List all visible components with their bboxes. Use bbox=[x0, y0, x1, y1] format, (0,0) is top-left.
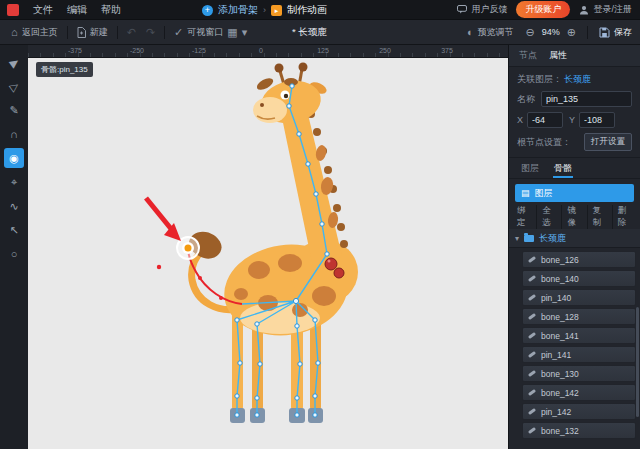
inspector-header: 节点 属性 bbox=[509, 45, 640, 67]
bone-icon bbox=[528, 389, 536, 396]
bone-list-item[interactable]: bone_142 bbox=[522, 384, 636, 401]
canvas-stage[interactable] bbox=[28, 58, 508, 449]
workflow-step-add-skeleton[interactable]: 添加骨架 bbox=[218, 3, 258, 17]
make-animation-icon: ▸ bbox=[271, 5, 282, 16]
x-label: X bbox=[517, 115, 523, 125]
bone-icon bbox=[528, 256, 536, 263]
preview-adjust-label: 预览调节 bbox=[478, 26, 514, 39]
bind-button[interactable]: 绑定 bbox=[512, 205, 537, 229]
zoom-in-button[interactable]: ⊕ bbox=[567, 26, 576, 39]
magnet-tool[interactable]: ∩ bbox=[4, 124, 24, 144]
y-coordinate-input[interactable] bbox=[579, 112, 615, 128]
home-button[interactable]: ⌂ 返回主页 bbox=[6, 20, 63, 44]
cursor-tool-icon: ↖ bbox=[9, 224, 18, 237]
new-button[interactable]: 新建 bbox=[72, 20, 113, 44]
tab-node[interactable]: 节点 bbox=[519, 49, 537, 62]
bone-list-item[interactable]: bone_126 bbox=[522, 251, 636, 268]
layer-filter-label: 图层 bbox=[535, 187, 553, 200]
bone-icon bbox=[528, 351, 536, 358]
tab-bones[interactable]: 骨骼 bbox=[553, 159, 573, 178]
bone-item-label: bone_141 bbox=[541, 331, 579, 341]
ruler-tick: -250 bbox=[130, 47, 144, 54]
bone-list: bone_126 bone_140 pin_140 bone_128 bone_… bbox=[509, 248, 640, 449]
name-label: 名称 bbox=[517, 93, 535, 106]
save-button[interactable]: 保存 bbox=[599, 26, 632, 39]
zoom-level[interactable]: 94% bbox=[542, 27, 560, 37]
workflow-step-make-animation[interactable]: 制作动画 bbox=[287, 3, 327, 17]
inspector-panel: 节点 属性 关联图层： 长颈鹿 名称 X Y bbox=[508, 45, 640, 449]
tab-properties[interactable]: 属性 bbox=[549, 49, 567, 62]
bone-item-label: pin_140 bbox=[541, 293, 571, 303]
cursor-tool[interactable]: ↖ bbox=[4, 220, 24, 240]
main-area: ▶ ▷ ✎ ∩ ◉ ⌖ ∿ ↖ ○ -375 -250 -125 0 125 2… bbox=[0, 45, 640, 449]
delete-button[interactable]: 删除 bbox=[613, 205, 637, 229]
bone-tool[interactable]: ⌖ bbox=[4, 172, 24, 192]
curve-tool[interactable]: ∿ bbox=[4, 196, 24, 216]
bone-icon bbox=[528, 370, 536, 377]
home-label: 返回主页 bbox=[22, 26, 58, 39]
panel-scrollbar[interactable] bbox=[636, 307, 639, 417]
canvas-area[interactable]: -375 -250 -125 0 125 250 375 骨骼:pin_135 bbox=[28, 45, 508, 449]
menu-help[interactable]: 帮助 bbox=[94, 3, 128, 17]
toolbar: ⌂ 返回主页 新建 ↶ ↷ ✓ 可视窗口 ▦ ▾ * 长颈鹿 ◐ 预览调节 ⊖ bbox=[0, 20, 640, 45]
magnet-tool-icon: ∩ bbox=[10, 128, 18, 140]
ruler-tick: -375 bbox=[68, 47, 82, 54]
bone-list-item[interactable]: pin_141 bbox=[522, 346, 636, 363]
pen-tool[interactable]: ✎ bbox=[4, 100, 24, 120]
bone-list-item[interactable]: bone_132 bbox=[522, 422, 636, 439]
bone-list-item[interactable]: bone_140 bbox=[522, 270, 636, 287]
bone-list-item[interactable]: pin_142 bbox=[522, 403, 636, 420]
app-logo-icon bbox=[7, 4, 19, 16]
redo-button[interactable]: ↷ bbox=[141, 20, 160, 44]
select-tool[interactable]: ▶ bbox=[4, 52, 24, 72]
preview-icon: ◐ bbox=[467, 27, 474, 38]
tool-palette: ▶ ▷ ✎ ∩ ◉ ⌖ ∿ ↖ ○ bbox=[0, 45, 28, 449]
name-row: 名称 bbox=[517, 91, 632, 107]
root-node-label: 根节点设置： bbox=[517, 136, 571, 149]
upgrade-account-button[interactable]: 升级账户 bbox=[516, 1, 570, 18]
layer-root-name: 长颈鹿 bbox=[539, 232, 566, 245]
x-coordinate-input[interactable] bbox=[527, 112, 563, 128]
y-label: Y bbox=[569, 115, 575, 125]
workflow-steps: + 添加骨架 › ▸ 制作动画 bbox=[202, 0, 327, 20]
ruler-tick: 250 bbox=[379, 47, 391, 54]
root-node-row: 根节点设置： 打开设置 bbox=[517, 133, 632, 151]
open-settings-button[interactable]: 打开设置 bbox=[584, 133, 632, 151]
mirror-button[interactable]: 镜像 bbox=[562, 205, 587, 229]
feedback-button[interactable]: 用户反馈 bbox=[457, 3, 507, 16]
bone-list-item[interactable]: pin_140 bbox=[522, 289, 636, 306]
app-window: 文件 编辑 帮助 + 添加骨架 › ▸ 制作动画 用户反馈 升级账户 登录/注册… bbox=[0, 0, 640, 449]
tab-layers[interactable]: 图层 bbox=[521, 162, 539, 175]
login-button[interactable]: 登录/注册 bbox=[579, 3, 632, 16]
linked-layer-label: 关联图层： bbox=[517, 73, 562, 86]
undo-button[interactable]: ↶ bbox=[122, 20, 141, 44]
chat-bubble-icon bbox=[457, 5, 467, 14]
layer-filter-button[interactable]: ▤ 图层 bbox=[515, 184, 634, 202]
save-label: 保存 bbox=[614, 26, 632, 39]
pin-tool[interactable]: ◉ bbox=[4, 148, 24, 168]
zoom-tool[interactable]: ○ bbox=[4, 244, 24, 264]
copy-button[interactable]: 复制 bbox=[588, 205, 613, 229]
toolbar-divider bbox=[67, 26, 68, 39]
bone-list-item[interactable]: bone_128 bbox=[522, 308, 636, 325]
bone-icon bbox=[528, 275, 536, 282]
bone-tool-icon: ⌖ bbox=[11, 176, 17, 189]
bone-list-item[interactable]: bone_130 bbox=[522, 365, 636, 382]
layer-tree-root[interactable]: ▾ 长颈鹿 bbox=[509, 229, 640, 248]
bone-list-item[interactable]: bone_141 bbox=[522, 327, 636, 344]
pin-tool-icon: ◉ bbox=[9, 152, 19, 165]
menu-file[interactable]: 文件 bbox=[26, 3, 60, 17]
select-all-button[interactable]: 全选 bbox=[537, 205, 562, 229]
document-tab[interactable]: * 长颈鹿 bbox=[292, 20, 327, 44]
node-select-tool[interactable]: ▷ bbox=[4, 76, 24, 96]
preview-adjust-toggle[interactable]: ◐ 预览调节 bbox=[462, 20, 519, 44]
linked-layer-value[interactable]: 长颈鹿 bbox=[564, 73, 591, 86]
bone-item-label: bone_132 bbox=[541, 426, 579, 436]
node-name-input[interactable] bbox=[541, 91, 632, 107]
menu-edit[interactable]: 编辑 bbox=[60, 3, 94, 17]
visible-window-toggle[interactable]: ✓ 可视窗口 ▦ ▾ bbox=[169, 20, 252, 44]
check-icon: ✓ bbox=[174, 27, 183, 38]
zoom-out-button[interactable]: ⊖ bbox=[526, 26, 535, 39]
giraffe-artwork bbox=[189, 63, 358, 424]
linked-layer-row: 关联图层： 长颈鹿 bbox=[517, 73, 632, 86]
